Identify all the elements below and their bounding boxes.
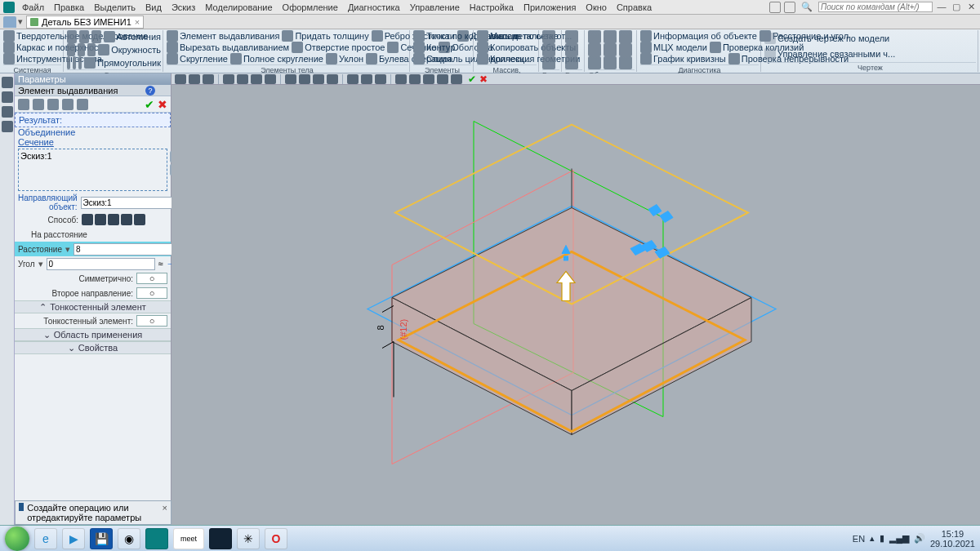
vp-apply[interactable]: ✔ [468, 73, 476, 85]
redo-icon[interactable] [78, 43, 86, 56]
minimize-button[interactable]: — [936, 2, 947, 13]
icon-a[interactable] [67, 56, 70, 69]
distance-input[interactable] [74, 243, 182, 256]
aux-icon-3[interactable] [542, 56, 555, 69]
dim-icon-3[interactable] [565, 56, 578, 69]
contour-button[interactable]: Контур [413, 42, 471, 53]
vt-16[interactable] [409, 74, 421, 84]
props-section-header[interactable]: ⌄Свойства [15, 341, 171, 354]
command-search-input[interactable] [818, 2, 933, 12]
aux-icon-1[interactable] [542, 30, 555, 43]
menu-format[interactable]: Оформление [280, 2, 341, 13]
vt-18[interactable] [437, 74, 448, 84]
tb-chrome[interactable]: ◉ [118, 528, 140, 549]
angle-input[interactable] [47, 258, 155, 270]
rect-button[interactable]: Прямоугольник [84, 57, 161, 69]
vt-11[interactable] [327, 74, 338, 84]
thicken-button[interactable]: Придать толщину [282, 30, 368, 42]
tool-2[interactable] [33, 99, 44, 110]
cancel-button[interactable]: ✖ [158, 98, 167, 111]
tb-save[interactable]: 💾 [90, 528, 113, 549]
tray-net[interactable]: ▮ [880, 533, 884, 544]
circle-button[interactable]: Окружность [98, 44, 161, 56]
cut-extrude-button[interactable]: Вырезать выдавливанием [167, 42, 289, 53]
tb-dark[interactable] [209, 528, 232, 549]
save-icon[interactable] [91, 30, 101, 43]
distance-drop[interactable]: ▾ [65, 244, 70, 255]
ann-4[interactable] [588, 43, 601, 56]
vt-15[interactable] [395, 74, 407, 84]
menu-settings[interactable]: Настройка [467, 2, 516, 13]
vt-6[interactable] [251, 74, 262, 84]
menu-help[interactable]: Справка [614, 2, 654, 13]
draft-button[interactable]: Уклон [326, 53, 363, 64]
vt-3[interactable] [203, 74, 214, 84]
model-canvas[interactable]: 8 (#12) [172, 85, 980, 525]
menu-view[interactable]: Вид [143, 2, 164, 13]
tool-3[interactable] [47, 99, 59, 110]
start-button[interactable] [5, 527, 29, 551]
fillet-button[interactable]: Скругление [167, 53, 228, 64]
vt-9[interactable] [299, 74, 310, 84]
menu-diag[interactable]: Диагностика [345, 2, 403, 13]
vt-4[interactable] [223, 74, 234, 84]
dir2-checkbox[interactable]: ○ [136, 287, 167, 299]
vt-2[interactable] [189, 74, 200, 84]
curvature-button[interactable]: График кривизны [640, 53, 726, 64]
dim-icon-1[interactable] [565, 30, 578, 43]
tool-1[interactable] [18, 99, 29, 110]
menu-file[interactable]: Файл [20, 2, 47, 13]
create-drawing-button[interactable]: Создать чертеж по модели [764, 33, 976, 44]
method-1[interactable] [82, 214, 93, 225]
tb-ie[interactable]: e [34, 528, 57, 549]
tb-opera[interactable]: O [265, 528, 287, 549]
spiral-button[interactable]: Спираль цилиндрическ... [413, 53, 471, 64]
layers-icon[interactable] [2, 91, 13, 103]
vt-7[interactable] [265, 74, 276, 84]
copy-objs-button[interactable]: Копировать объекты [477, 42, 537, 53]
pin-icon[interactable] [158, 86, 167, 96]
vt-14[interactable] [375, 74, 386, 84]
vt-10[interactable] [313, 74, 324, 84]
vt-19[interactable] [451, 74, 462, 84]
autoline-button[interactable]: Автолиния [104, 31, 161, 42]
menu-apps[interactable]: Приложения [521, 2, 578, 13]
tb-meet[interactable]: meet [173, 528, 204, 549]
tb-media[interactable]: ▶ [62, 528, 85, 549]
tab-close-button[interactable]: × [135, 17, 140, 27]
ann-3[interactable] [619, 30, 632, 43]
aux-icon-2[interactable] [542, 43, 555, 56]
angle-eq[interactable]: ≈ [158, 259, 163, 269]
vt-13[interactable] [361, 74, 372, 84]
menu-select[interactable]: Выделить [91, 2, 138, 13]
extrude-button[interactable]: Элемент выдавливания [167, 30, 279, 42]
menu-manage[interactable]: Управление [408, 2, 462, 13]
vp-cancel[interactable]: ✖ [479, 73, 488, 85]
ann-6[interactable] [619, 43, 632, 56]
home-tab[interactable] [3, 16, 16, 28]
angle-drop[interactable]: ▾ [38, 259, 43, 269]
undo-icon[interactable] [67, 43, 75, 56]
more-icon[interactable] [2, 121, 13, 132]
menu-sketch[interactable]: Эскиз [169, 2, 198, 13]
section-link[interactable]: Сечение [18, 137, 54, 147]
tree-icon[interactable] [2, 77, 13, 88]
tray-vol[interactable]: 🔊 [914, 533, 925, 544]
manage-links-button[interactable]: Управление связанными ч... [764, 48, 976, 60]
dim-icon-2[interactable] [565, 43, 578, 56]
tab-dropdown[interactable]: ▾ [18, 16, 26, 27]
vt-5[interactable] [237, 74, 248, 84]
point-button[interactable]: Точка по координатам [413, 30, 471, 42]
vars-icon[interactable] [2, 106, 13, 118]
maximize-button[interactable]: ▢ [951, 2, 962, 13]
tray-up[interactable]: ▴ [870, 533, 875, 544]
solid-modeling-button[interactable]: Твердотельное моделирование [3, 30, 61, 42]
tray-signal[interactable]: ▂▄▆ [889, 533, 909, 544]
scope-section-header[interactable]: ⌄Область применения [15, 328, 171, 341]
ann-8[interactable] [604, 56, 617, 69]
collection-button[interactable]: Коллекция геометрии [477, 53, 537, 64]
ann-7[interactable] [588, 56, 601, 69]
symm-checkbox[interactable]: ○ [136, 273, 167, 284]
thin-section-header[interactable]: ⌃Тонкостенный элемент [15, 300, 171, 313]
hole-button[interactable]: Отверстие простое [292, 42, 385, 53]
